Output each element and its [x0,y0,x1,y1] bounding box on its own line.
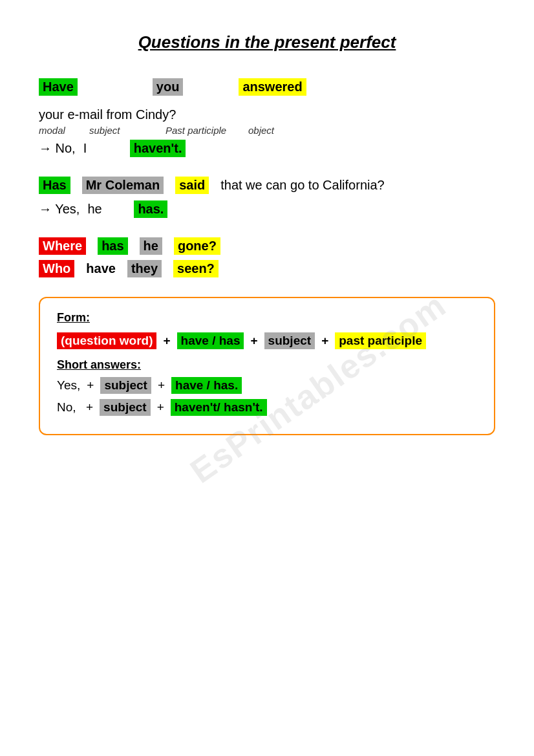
has-answer-label: has. [134,200,167,218]
where-label: Where [39,237,86,255]
section1-line1: Have you answered your e-mail from Cindy… [39,78,495,122]
section3-line2: Who have they seen? [39,260,495,277]
has2-label: has [98,237,127,255]
arrow2: → Yes, [39,202,80,217]
short-answers-title: Short answers: [57,358,477,372]
answer1-subject: I [83,141,122,156]
no-short-line: No, + subject + haven't/ hasn't. [57,399,477,416]
seen-label: seen? [173,260,219,277]
yes-plus2: + [158,378,165,393]
answer2-subject: he [87,202,126,217]
plus1-label: + [163,334,170,348]
yes-have-has: have / has. [171,377,242,394]
no-subject: subject [100,399,151,416]
section1-answer: → No, I haven't. [39,140,495,157]
gone-label: gone? [174,237,220,255]
have2-label: have [86,261,116,276]
said-label: said [175,177,209,194]
section1-labels: modal subject Past participle object [39,125,495,136]
form-title: Form: [57,311,477,325]
no-plus2: + [157,400,164,415]
havent-label: haven't. [130,140,186,157]
section2-answer: → Yes, he has. [39,200,495,218]
no-plus1: + [86,400,93,415]
answered-label: answered [239,78,306,96]
section-1: Have you answered your e-mail from Cindy… [39,78,495,157]
section2-line1: Has Mr Coleman said that we can go to Ca… [39,177,495,194]
yes-plus1: + [87,378,94,393]
yes-short-line: Yes, + subject + have / has. [57,377,477,394]
they-label: they [127,260,162,277]
label-object: object [248,125,274,136]
form-formula-line: (question word) + have / has + subject +… [57,332,477,349]
page-title: Questions in the present perfect [39,32,495,52]
yes-label: Yes, [57,378,80,393]
label-subject: subject [89,125,154,136]
you-label: you [153,78,184,96]
has-label: Has [39,177,70,194]
section-3: Where has he gone? Who have they seen? [39,237,495,277]
section1-rest: your e-mail from Cindy? [39,107,176,122]
have-label: Have [39,78,78,96]
section3-line1: Where has he gone? [39,237,495,255]
form-box: Form: (question word) + have / has + sub… [39,297,495,435]
section-2: Has Mr Coleman said that we can go to Ca… [39,177,495,218]
yes-subject: subject [100,377,151,394]
no-havent-hasnt: haven't/ hasn't. [171,399,267,416]
plus2-label: + [250,334,257,348]
he-label: he [140,237,162,255]
plus3-label: + [321,334,328,348]
label-past-participle: Past participle [166,125,237,136]
who-label: Who [39,260,74,277]
section2-rest: that we can go to California? [220,178,385,193]
arrow1: → No, [39,141,76,156]
mr-coleman-label: Mr Coleman [82,177,164,194]
subject-formula: subject [264,332,315,349]
have-has-formula: have / has [177,332,244,349]
past-participle-formula: past participle [335,332,426,349]
question-word-label: (question word) [57,332,156,349]
label-modal: modal [39,125,78,136]
no-label: No, [57,400,80,415]
